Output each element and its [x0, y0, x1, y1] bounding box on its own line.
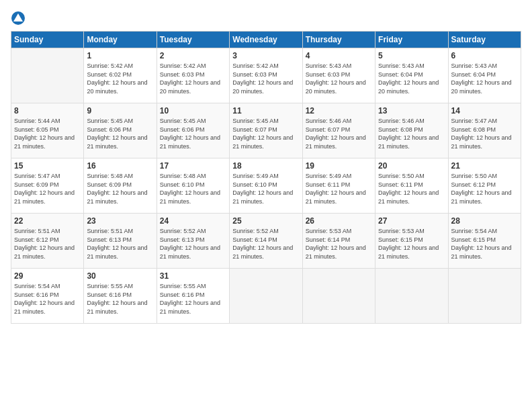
table-row: 12Sunrise: 5:46 AM Sunset: 6:07 PM Dayli… [302, 103, 375, 158]
day-info: Sunrise: 5:53 AM Sunset: 6:15 PM Dayligh… [378, 227, 445, 261]
day-info: Sunrise: 5:42 AM Sunset: 6:02 PM Dayligh… [87, 62, 153, 95]
day-info: Sunrise: 5:50 AM Sunset: 6:11 PM Dayligh… [378, 172, 445, 205]
day-number: 20 [378, 161, 445, 171]
table-row: 18Sunrise: 5:49 AM Sunset: 6:10 PM Dayli… [230, 158, 302, 214]
day-number: 28 [451, 216, 518, 226]
day-number: 8 [14, 106, 81, 116]
day-info: Sunrise: 5:47 AM Sunset: 6:08 PM Dayligh… [451, 117, 518, 150]
table-row: 13Sunrise: 5:46 AM Sunset: 6:08 PM Dayli… [375, 103, 448, 158]
table-row: 3Sunrise: 5:42 AM Sunset: 6:03 PM Daylig… [230, 48, 302, 103]
calendar-week-row: 22Sunrise: 5:51 AM Sunset: 6:12 PM Dayli… [11, 214, 521, 269]
day-info: Sunrise: 5:43 AM Sunset: 6:03 PM Dayligh… [306, 62, 372, 95]
table-row: 29Sunrise: 5:54 AM Sunset: 6:16 PM Dayli… [11, 269, 84, 324]
table-row: 15Sunrise: 5:47 AM Sunset: 6:09 PM Dayli… [11, 158, 84, 214]
header-thursday: Thursday [302, 32, 375, 48]
table-row: 30Sunrise: 5:55 AM Sunset: 6:16 PM Dayli… [84, 269, 157, 324]
day-info: Sunrise: 5:43 AM Sunset: 6:04 PM Dayligh… [378, 62, 445, 95]
table-row: 5Sunrise: 5:43 AM Sunset: 6:04 PM Daylig… [375, 48, 448, 103]
day-info: Sunrise: 5:49 AM Sunset: 6:11 PM Dayligh… [306, 172, 372, 205]
day-info: Sunrise: 5:42 AM Sunset: 6:03 PM Dayligh… [232, 62, 299, 95]
day-number: 26 [306, 216, 372, 226]
day-info: Sunrise: 5:43 AM Sunset: 6:04 PM Dayligh… [451, 62, 518, 95]
day-info: Sunrise: 5:44 AM Sunset: 6:05 PM Dayligh… [14, 117, 81, 150]
table-row: 17Sunrise: 5:48 AM Sunset: 6:10 PM Dayli… [157, 158, 229, 214]
day-number: 6 [451, 51, 518, 60]
table-row: 21Sunrise: 5:50 AM Sunset: 6:12 PM Dayli… [448, 158, 521, 214]
day-info: Sunrise: 5:47 AM Sunset: 6:09 PM Dayligh… [14, 172, 81, 205]
day-number: 10 [160, 106, 226, 116]
table-row: 1Sunrise: 5:42 AM Sunset: 6:02 PM Daylig… [84, 48, 157, 103]
day-info: Sunrise: 5:48 AM Sunset: 6:09 PM Dayligh… [87, 172, 153, 205]
header-wednesday: Wednesday [230, 32, 302, 48]
day-number: 2 [160, 51, 226, 60]
table-row: 25Sunrise: 5:52 AM Sunset: 6:14 PM Dayli… [230, 214, 302, 269]
day-info: Sunrise: 5:52 AM Sunset: 6:14 PM Dayligh… [232, 227, 299, 261]
header-friday: Friday [375, 32, 448, 48]
day-info: Sunrise: 5:42 AM Sunset: 6:03 PM Dayligh… [160, 62, 226, 95]
table-row: 9Sunrise: 5:45 AM Sunset: 6:06 PM Daylig… [84, 103, 157, 158]
day-info: Sunrise: 5:46 AM Sunset: 6:07 PM Dayligh… [306, 117, 372, 150]
day-number: 5 [378, 51, 445, 60]
logo-icon [11, 11, 26, 26]
day-number: 27 [378, 216, 445, 226]
table-row: 20Sunrise: 5:50 AM Sunset: 6:11 PM Dayli… [375, 158, 448, 214]
table-row: 8Sunrise: 5:44 AM Sunset: 6:05 PM Daylig… [11, 103, 84, 158]
table-row: 2Sunrise: 5:42 AM Sunset: 6:03 PM Daylig… [157, 48, 229, 103]
table-row: 11Sunrise: 5:45 AM Sunset: 6:07 PM Dayli… [230, 103, 302, 158]
table-row: 28Sunrise: 5:54 AM Sunset: 6:15 PM Dayli… [448, 214, 521, 269]
calendar-week-row: 1Sunrise: 5:42 AM Sunset: 6:02 PM Daylig… [11, 48, 521, 103]
day-number: 3 [232, 51, 299, 60]
table-row: 14Sunrise: 5:47 AM Sunset: 6:08 PM Dayli… [448, 103, 521, 158]
table-row [11, 48, 84, 103]
page: Sunday Monday Tuesday Wednesday Thursday… [0, 0, 532, 411]
table-row: 4Sunrise: 5:43 AM Sunset: 6:03 PM Daylig… [302, 48, 375, 103]
table-row [230, 269, 302, 324]
day-info: Sunrise: 5:55 AM Sunset: 6:16 PM Dayligh… [87, 282, 153, 316]
calendar-table: Sunday Monday Tuesday Wednesday Thursday… [11, 31, 521, 324]
logo-text [11, 11, 28, 26]
table-row: 24Sunrise: 5:52 AM Sunset: 6:13 PM Dayli… [157, 214, 229, 269]
day-number: 16 [87, 161, 153, 171]
day-number: 13 [378, 106, 445, 116]
logo [11, 11, 28, 26]
day-info: Sunrise: 5:49 AM Sunset: 6:10 PM Dayligh… [232, 172, 299, 205]
day-info: Sunrise: 5:54 AM Sunset: 6:15 PM Dayligh… [451, 227, 518, 261]
table-row [448, 269, 521, 324]
table-row: 22Sunrise: 5:51 AM Sunset: 6:12 PM Dayli… [11, 214, 84, 269]
table-row: 16Sunrise: 5:48 AM Sunset: 6:09 PM Dayli… [84, 158, 157, 214]
day-info: Sunrise: 5:55 AM Sunset: 6:16 PM Dayligh… [160, 282, 226, 316]
day-number: 4 [306, 51, 372, 60]
table-row: 26Sunrise: 5:53 AM Sunset: 6:14 PM Dayli… [302, 214, 375, 269]
day-info: Sunrise: 5:51 AM Sunset: 6:12 PM Dayligh… [14, 227, 81, 261]
header-monday: Monday [84, 32, 157, 48]
day-number: 29 [14, 271, 81, 281]
header-tuesday: Tuesday [157, 32, 229, 48]
table-row [302, 269, 375, 324]
table-row: 19Sunrise: 5:49 AM Sunset: 6:11 PM Dayli… [302, 158, 375, 214]
day-info: Sunrise: 5:54 AM Sunset: 6:16 PM Dayligh… [14, 282, 81, 316]
table-row: 6Sunrise: 5:43 AM Sunset: 6:04 PM Daylig… [448, 48, 521, 103]
calendar-week-row: 8Sunrise: 5:44 AM Sunset: 6:05 PM Daylig… [11, 103, 521, 158]
day-number: 21 [451, 161, 518, 171]
day-number: 12 [306, 106, 372, 116]
table-row: 27Sunrise: 5:53 AM Sunset: 6:15 PM Dayli… [375, 214, 448, 269]
day-number: 23 [87, 216, 153, 226]
day-number: 31 [160, 271, 226, 281]
day-number: 24 [160, 216, 226, 226]
header-sunday: Sunday [11, 32, 84, 48]
day-number: 30 [87, 271, 153, 281]
table-row: 10Sunrise: 5:45 AM Sunset: 6:06 PM Dayli… [157, 103, 229, 158]
day-info: Sunrise: 5:45 AM Sunset: 6:06 PM Dayligh… [87, 117, 153, 150]
day-info: Sunrise: 5:45 AM Sunset: 6:07 PM Dayligh… [232, 117, 299, 150]
day-info: Sunrise: 5:50 AM Sunset: 6:12 PM Dayligh… [451, 172, 518, 205]
calendar-week-row: 29Sunrise: 5:54 AM Sunset: 6:16 PM Dayli… [11, 269, 521, 324]
day-number: 11 [232, 106, 299, 116]
day-number: 25 [232, 216, 299, 226]
day-number: 19 [306, 161, 372, 171]
day-info: Sunrise: 5:53 AM Sunset: 6:14 PM Dayligh… [306, 227, 372, 261]
table-row [375, 269, 448, 324]
day-number: 9 [87, 106, 153, 116]
table-row: 31Sunrise: 5:55 AM Sunset: 6:16 PM Dayli… [157, 269, 229, 324]
day-info: Sunrise: 5:46 AM Sunset: 6:08 PM Dayligh… [378, 117, 445, 150]
day-info: Sunrise: 5:48 AM Sunset: 6:10 PM Dayligh… [160, 172, 226, 205]
